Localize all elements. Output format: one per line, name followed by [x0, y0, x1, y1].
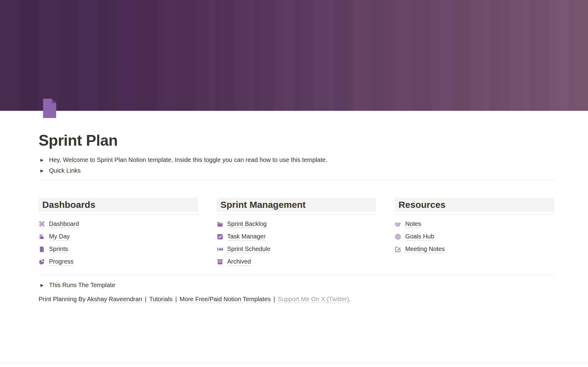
keyboard-icon: [395, 221, 401, 227]
toggle-triangle-icon[interactable]: ▶: [39, 158, 45, 162]
divider: [395, 215, 554, 215]
column-items: Sprint BacklogTask ManagerSprint Schedul…: [217, 218, 376, 268]
toggle-quick-links[interactable]: ▶ Quick Links: [39, 166, 81, 176]
divider: [39, 180, 554, 180]
cover-image: [0, 0, 588, 111]
footer-link[interactable]: Support Me On X (Twitter): [278, 296, 349, 303]
document-icon: [39, 246, 45, 253]
page-content: Sprint Plan ▶ Hey, Welcome to Sprint Pla…: [0, 111, 588, 304]
footer-link[interactable]: More Free/Paid Notion Templates: [179, 296, 271, 303]
footer-text: Print Planning By: [39, 296, 87, 302]
page-link[interactable]: Task Manager: [227, 233, 266, 241]
link-item: Archived: [217, 256, 376, 268]
toggle-welcome[interactable]: ▶ Hey, Welcome to Sprint Plan Notion tem…: [39, 155, 328, 165]
link-item: Progress: [39, 256, 198, 268]
page-link[interactable]: My Day: [49, 233, 70, 241]
command-icon: ⌘: [39, 221, 45, 227]
column-items: NotesGoals HubMeeting Notes: [395, 218, 554, 256]
window-edge-line: [0, 363, 588, 363]
link-columns: Dashboards⌘DashboardMy DaySprintsProgres…: [39, 198, 554, 268]
link-item: Task Manager: [217, 230, 376, 243]
divider: [217, 215, 376, 215]
footer-link[interactable]: Tutorials: [149, 296, 172, 303]
footer-credits: Print Planning By Akshay Raveendran|Tuto…: [39, 294, 554, 304]
document-icon: [39, 97, 61, 119]
link-item: Sprint Schedule: [217, 243, 376, 256]
column-heading: Resources: [395, 198, 554, 212]
footer-link[interactable]: Akshay Raveendran: [87, 296, 142, 303]
notion-page: Sprint Plan ▶ Hey, Welcome to Sprint Pla…: [0, 0, 588, 367]
column-sprint-management: Sprint ManagementSprint BacklogTask Mana…: [217, 198, 376, 268]
folder-icon: [217, 221, 223, 227]
toggle-triangle-icon[interactable]: ▶: [39, 283, 45, 287]
column-heading: Sprint Management: [217, 198, 376, 212]
separator: |: [273, 296, 275, 302]
link-item: Sprints: [39, 243, 198, 256]
link-item: Meeting Notes: [395, 243, 554, 256]
page-title[interactable]: Sprint Plan: [39, 132, 554, 149]
target-icon: [395, 234, 401, 240]
link-item: My Day: [39, 230, 198, 243]
pie-chart-icon: [39, 259, 45, 265]
toggle-quick-links-label: Quick Links: [49, 167, 81, 174]
link-item: ⌘Dashboard: [39, 218, 198, 230]
separator: |: [145, 296, 146, 302]
toggle-welcome-label: Hey, Welcome to Sprint Plan Notion templ…: [49, 156, 327, 163]
toggle-triangle-icon[interactable]: ▶: [39, 168, 45, 173]
page-link[interactable]: Sprint Backlog: [227, 220, 267, 228]
checkbox-icon: [217, 234, 223, 240]
link-item: Notes: [395, 218, 554, 230]
archive-icon: [217, 259, 223, 265]
column-items: ⌘DashboardMy DaySprintsProgress: [39, 218, 198, 268]
link-item: Goals Hub: [395, 230, 554, 243]
page-link[interactable]: Goals Hub: [405, 233, 434, 241]
page-link[interactable]: Sprint Schedule: [227, 245, 270, 253]
rewind-icon: [217, 246, 223, 253]
sun-cloud-icon: [39, 234, 45, 240]
divider: [39, 275, 554, 275]
page-link[interactable]: Notes: [405, 220, 421, 228]
edit-icon: [395, 246, 401, 253]
page-icon[interactable]: [39, 97, 61, 119]
toggle-runs-template[interactable]: ▶ This Runs The Template: [39, 280, 116, 290]
page-link[interactable]: Dashboard: [49, 220, 79, 228]
divider: [39, 215, 198, 215]
separator: |: [175, 296, 177, 302]
toggle-runs-template-label: This Runs The Template: [49, 282, 115, 289]
page-link[interactable]: Meeting Notes: [405, 245, 445, 253]
column-dashboards: Dashboards⌘DashboardMy DaySprintsProgres…: [39, 198, 198, 268]
link-item: Sprint Backlog: [217, 218, 376, 230]
page-link[interactable]: Progress: [49, 258, 74, 266]
column-resources: ResourcesNotesGoals HubMeeting Notes: [395, 198, 554, 268]
footer-suffix: .: [349, 296, 351, 302]
column-heading: Dashboards: [39, 198, 198, 212]
page-link[interactable]: Archived: [227, 258, 251, 266]
page-link[interactable]: Sprints: [49, 245, 68, 253]
